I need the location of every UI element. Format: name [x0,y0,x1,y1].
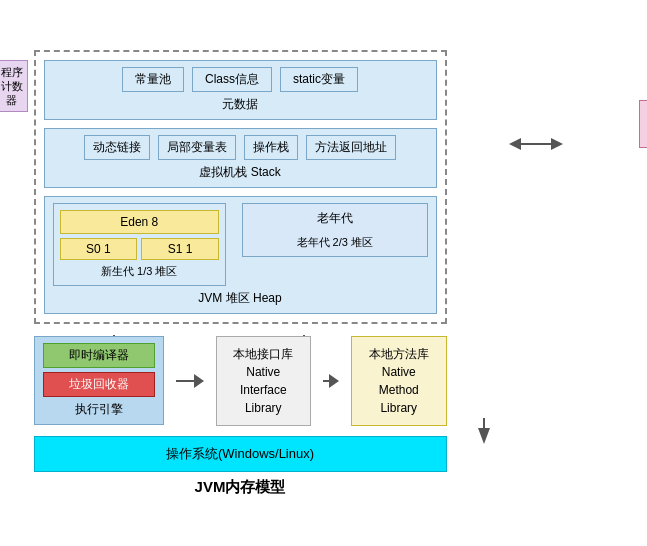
old-gen-label: 老年代 2/3 堆区 [297,235,373,250]
heap-label: JVM 堆区 Heap [53,290,428,307]
arrow-exec-to-native [176,361,204,401]
native-method-box: 本地方法库 Native Method Library [351,336,447,426]
class-loader-area: 类加载器子系统 Class Loader SubSystem [459,50,614,154]
stack-label: 虚拟机栈 Stack [53,164,428,181]
class-loader-arrow [506,134,566,154]
gc-box: 垃圾回收器 [43,372,155,397]
class-info-box: Class信息 [192,67,272,92]
native-interface-box: 本地接口库 Native Interface Library [216,336,312,426]
eden-box: Eden 8 [60,210,220,234]
op-stack-box: 操作栈 [244,135,298,160]
bottom-row: 即时编译器 垃圾回收器 执行引擎 本地接口库 Native Interface … [34,336,447,426]
program-counter: 程序 计数 器 [0,60,28,113]
exec-engine: 即时编译器 垃圾回收器 执行引擎 [34,336,164,425]
arrow-native-to-method [323,361,339,401]
diagram-title: JVM内存模型 [34,478,447,497]
diagram-container: 程序 计数 器 常量池 Class信息 static变量 元数据 动态链接 [34,50,614,497]
main-jvm-area: 程序 计数 器 常量池 Class信息 static变量 元数据 动态链接 [34,50,447,497]
old-gen-section: 老年代 老年代 2/3 堆区 [242,203,428,257]
heap-section: Eden 8 S0 1 S1 1 新生代 1/3 堆区 老年代 老年代 2/3 … [44,196,437,314]
constant-pool-box: 常量池 [122,67,184,92]
return-addr-box: 方法返回地址 [306,135,396,160]
bidirectional-arrow [506,134,566,154]
stack-section: 动态链接 局部变量表 操作栈 方法返回地址 虚拟机栈 Stack [44,128,437,188]
new-gen-label: 新生代 1/3 堆区 [60,264,220,279]
os-bar: 操作系统(Windows/Linux) [34,436,447,472]
class-loader-box: 类加载器子系统 Class Loader SubSystem [639,100,648,149]
dynamic-link-box: 动态链接 [84,135,150,160]
jit-box: 即时编译器 [43,343,155,368]
s0-box: S0 1 [60,238,138,260]
new-gen-section: Eden 8 S0 1 S1 1 新生代 1/3 堆区 [53,203,227,286]
metadata-label: 元数据 [53,96,428,113]
old-gen-title: 老年代 [317,210,353,227]
exec-engine-label: 执行引擎 [43,401,155,418]
s1-box: S1 1 [141,238,219,260]
static-var-box: static变量 [280,67,358,92]
jvm-main-container: 常量池 Class信息 static变量 元数据 动态链接 局部变量表 操作栈 … [34,50,447,324]
metadata-section: 常量池 Class信息 static变量 元数据 [44,60,437,120]
local-var-box: 局部变量表 [158,135,236,160]
